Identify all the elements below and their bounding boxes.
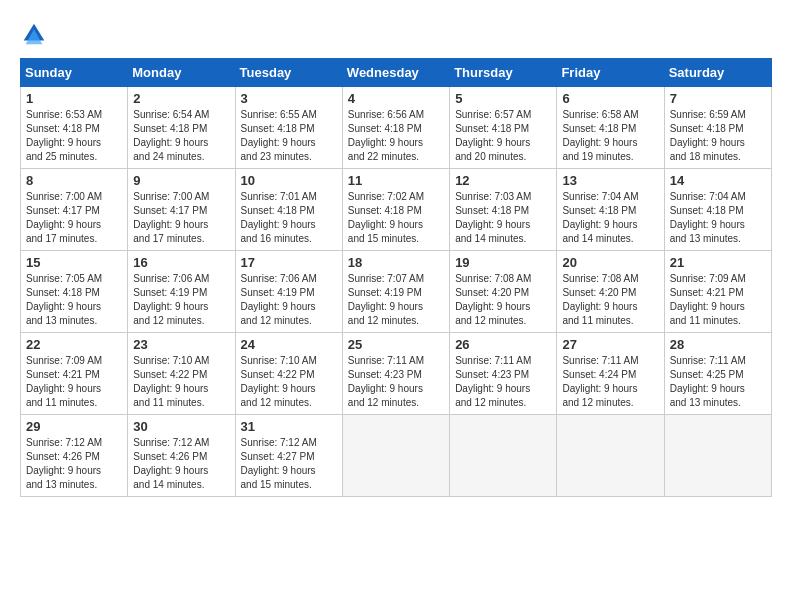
day-number: 26 [455,337,551,352]
calendar-cell: 8Sunrise: 7:00 AM Sunset: 4:17 PM Daylig… [21,169,128,251]
calendar-cell: 28Sunrise: 7:11 AM Sunset: 4:25 PM Dayli… [664,333,771,415]
col-saturday: Saturday [664,59,771,87]
day-number: 6 [562,91,658,106]
calendar-cell: 7Sunrise: 6:59 AM Sunset: 4:18 PM Daylig… [664,87,771,169]
day-info: Sunrise: 6:55 AM Sunset: 4:18 PM Dayligh… [241,108,337,164]
calendar-cell: 14Sunrise: 7:04 AM Sunset: 4:18 PM Dayli… [664,169,771,251]
calendar-cell: 2Sunrise: 6:54 AM Sunset: 4:18 PM Daylig… [128,87,235,169]
calendar-cell: 13Sunrise: 7:04 AM Sunset: 4:18 PM Dayli… [557,169,664,251]
day-info: Sunrise: 7:10 AM Sunset: 4:22 PM Dayligh… [241,354,337,410]
day-info: Sunrise: 7:08 AM Sunset: 4:20 PM Dayligh… [455,272,551,328]
day-info: Sunrise: 6:59 AM Sunset: 4:18 PM Dayligh… [670,108,766,164]
logo [20,20,52,48]
day-info: Sunrise: 6:57 AM Sunset: 4:18 PM Dayligh… [455,108,551,164]
day-info: Sunrise: 6:54 AM Sunset: 4:18 PM Dayligh… [133,108,229,164]
calendar-cell: 30Sunrise: 7:12 AM Sunset: 4:26 PM Dayli… [128,415,235,497]
day-number: 17 [241,255,337,270]
day-info: Sunrise: 7:04 AM Sunset: 4:18 PM Dayligh… [670,190,766,246]
calendar-table: SundayMondayTuesdayWednesdayThursdayFrid… [20,58,772,497]
day-info: Sunrise: 7:04 AM Sunset: 4:18 PM Dayligh… [562,190,658,246]
day-number: 28 [670,337,766,352]
calendar-cell [557,415,664,497]
calendar-cell: 1Sunrise: 6:53 AM Sunset: 4:18 PM Daylig… [21,87,128,169]
calendar-cell: 12Sunrise: 7:03 AM Sunset: 4:18 PM Dayli… [450,169,557,251]
calendar-cell: 26Sunrise: 7:11 AM Sunset: 4:23 PM Dayli… [450,333,557,415]
calendar-cell: 11Sunrise: 7:02 AM Sunset: 4:18 PM Dayli… [342,169,449,251]
col-wednesday: Wednesday [342,59,449,87]
day-number: 29 [26,419,122,434]
day-number: 5 [455,91,551,106]
calendar-cell: 20Sunrise: 7:08 AM Sunset: 4:20 PM Dayli… [557,251,664,333]
calendar-cell: 24Sunrise: 7:10 AM Sunset: 4:22 PM Dayli… [235,333,342,415]
day-info: Sunrise: 6:58 AM Sunset: 4:18 PM Dayligh… [562,108,658,164]
calendar-cell: 27Sunrise: 7:11 AM Sunset: 4:24 PM Dayli… [557,333,664,415]
week-row-4: 22Sunrise: 7:09 AM Sunset: 4:21 PM Dayli… [21,333,772,415]
day-number: 4 [348,91,444,106]
day-info: Sunrise: 7:05 AM Sunset: 4:18 PM Dayligh… [26,272,122,328]
day-number: 31 [241,419,337,434]
calendar-cell: 15Sunrise: 7:05 AM Sunset: 4:18 PM Dayli… [21,251,128,333]
day-info: Sunrise: 7:02 AM Sunset: 4:18 PM Dayligh… [348,190,444,246]
day-info: Sunrise: 7:08 AM Sunset: 4:20 PM Dayligh… [562,272,658,328]
col-sunday: Sunday [21,59,128,87]
day-number: 2 [133,91,229,106]
day-info: Sunrise: 7:12 AM Sunset: 4:27 PM Dayligh… [241,436,337,492]
day-number: 12 [455,173,551,188]
week-row-5: 29Sunrise: 7:12 AM Sunset: 4:26 PM Dayli… [21,415,772,497]
day-number: 14 [670,173,766,188]
calendar-cell: 16Sunrise: 7:06 AM Sunset: 4:19 PM Dayli… [128,251,235,333]
day-number: 15 [26,255,122,270]
calendar-cell: 4Sunrise: 6:56 AM Sunset: 4:18 PM Daylig… [342,87,449,169]
col-thursday: Thursday [450,59,557,87]
calendar-cell: 18Sunrise: 7:07 AM Sunset: 4:19 PM Dayli… [342,251,449,333]
calendar-cell: 19Sunrise: 7:08 AM Sunset: 4:20 PM Dayli… [450,251,557,333]
day-number: 23 [133,337,229,352]
day-number: 1 [26,91,122,106]
calendar-cell: 25Sunrise: 7:11 AM Sunset: 4:23 PM Dayli… [342,333,449,415]
day-info: Sunrise: 7:11 AM Sunset: 4:23 PM Dayligh… [348,354,444,410]
day-info: Sunrise: 7:06 AM Sunset: 4:19 PM Dayligh… [133,272,229,328]
logo-icon [20,20,48,48]
day-number: 19 [455,255,551,270]
day-number: 3 [241,91,337,106]
day-info: Sunrise: 7:03 AM Sunset: 4:18 PM Dayligh… [455,190,551,246]
day-number: 11 [348,173,444,188]
calendar-cell: 5Sunrise: 6:57 AM Sunset: 4:18 PM Daylig… [450,87,557,169]
week-row-3: 15Sunrise: 7:05 AM Sunset: 4:18 PM Dayli… [21,251,772,333]
day-number: 18 [348,255,444,270]
day-info: Sunrise: 7:11 AM Sunset: 4:23 PM Dayligh… [455,354,551,410]
day-info: Sunrise: 7:06 AM Sunset: 4:19 PM Dayligh… [241,272,337,328]
day-info: Sunrise: 7:00 AM Sunset: 4:17 PM Dayligh… [26,190,122,246]
day-number: 27 [562,337,658,352]
calendar-cell: 21Sunrise: 7:09 AM Sunset: 4:21 PM Dayli… [664,251,771,333]
col-monday: Monday [128,59,235,87]
day-number: 25 [348,337,444,352]
calendar-cell [342,415,449,497]
day-info: Sunrise: 7:09 AM Sunset: 4:21 PM Dayligh… [670,272,766,328]
calendar-cell: 22Sunrise: 7:09 AM Sunset: 4:21 PM Dayli… [21,333,128,415]
calendar-cell: 23Sunrise: 7:10 AM Sunset: 4:22 PM Dayli… [128,333,235,415]
day-info: Sunrise: 7:07 AM Sunset: 4:19 PM Dayligh… [348,272,444,328]
calendar-cell: 9Sunrise: 7:00 AM Sunset: 4:17 PM Daylig… [128,169,235,251]
day-number: 20 [562,255,658,270]
calendar-cell: 29Sunrise: 7:12 AM Sunset: 4:26 PM Dayli… [21,415,128,497]
week-row-1: 1Sunrise: 6:53 AM Sunset: 4:18 PM Daylig… [21,87,772,169]
day-number: 9 [133,173,229,188]
day-info: Sunrise: 6:53 AM Sunset: 4:18 PM Dayligh… [26,108,122,164]
day-number: 8 [26,173,122,188]
day-info: Sunrise: 7:11 AM Sunset: 4:25 PM Dayligh… [670,354,766,410]
day-number: 21 [670,255,766,270]
day-number: 24 [241,337,337,352]
day-info: Sunrise: 7:12 AM Sunset: 4:26 PM Dayligh… [26,436,122,492]
day-info: Sunrise: 7:11 AM Sunset: 4:24 PM Dayligh… [562,354,658,410]
calendar-cell: 6Sunrise: 6:58 AM Sunset: 4:18 PM Daylig… [557,87,664,169]
day-info: Sunrise: 7:01 AM Sunset: 4:18 PM Dayligh… [241,190,337,246]
day-info: Sunrise: 7:00 AM Sunset: 4:17 PM Dayligh… [133,190,229,246]
day-info: Sunrise: 6:56 AM Sunset: 4:18 PM Dayligh… [348,108,444,164]
day-number: 16 [133,255,229,270]
calendar-cell: 3Sunrise: 6:55 AM Sunset: 4:18 PM Daylig… [235,87,342,169]
day-info: Sunrise: 7:10 AM Sunset: 4:22 PM Dayligh… [133,354,229,410]
col-tuesday: Tuesday [235,59,342,87]
day-number: 7 [670,91,766,106]
day-info: Sunrise: 7:12 AM Sunset: 4:26 PM Dayligh… [133,436,229,492]
